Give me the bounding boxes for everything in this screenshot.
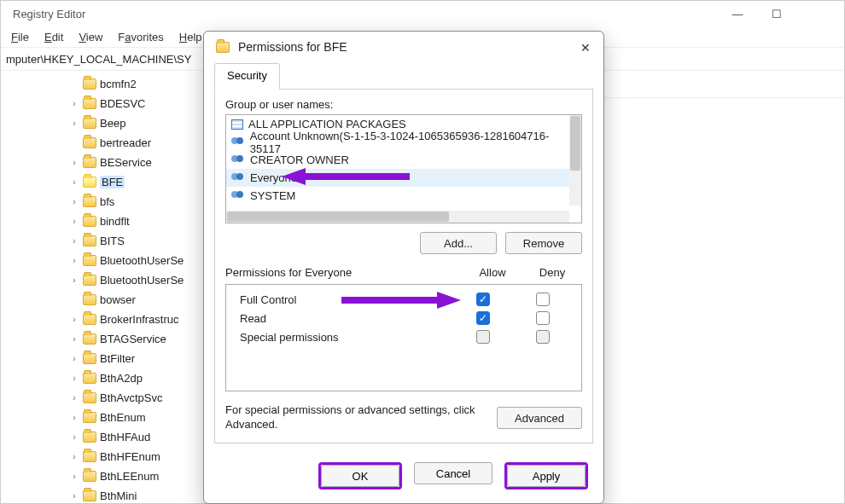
- deny-checkbox[interactable]: [536, 293, 550, 306]
- tree-item-label: BluetoothUserSe: [100, 254, 184, 267]
- tree-item-label: BthEnum: [100, 411, 145, 424]
- security-panel: Group or user names: ALL APPLICATION PAC…: [214, 89, 593, 443]
- remove-button[interactable]: Remove: [505, 232, 582, 254]
- tree-item-label: Beep: [100, 117, 125, 130]
- menu-help[interactable]: Help: [179, 31, 202, 43]
- tree-item-btha2dp[interactable]: ›BthA2dp: [3, 368, 205, 388]
- tree-item-bthhfenum[interactable]: ›BthHFEnum: [3, 447, 205, 466]
- tree-item-label: BITS: [100, 235, 125, 247]
- dialog-titlebar: Permissions for BFE ✕: [204, 32, 603, 62]
- chevron-right-icon[interactable]: ›: [69, 217, 79, 227]
- chevron-right-icon[interactable]: ›: [69, 413, 79, 423]
- principal-system[interactable]: SYSTEM: [226, 187, 581, 205]
- folder-icon: [83, 412, 96, 423]
- chevron-right-icon[interactable]: ›: [69, 334, 79, 345]
- tree-item-bthenum[interactable]: ›BthEnum: [3, 408, 205, 427]
- tree-item-bthhfaud[interactable]: ›BthHFAud: [3, 427, 205, 447]
- maximize-button[interactable]: ☐: [757, 1, 796, 26]
- chevron-right-icon[interactable]: ›: [69, 177, 79, 188]
- deny-checkbox[interactable]: [536, 311, 550, 325]
- cancel-button[interactable]: Cancel: [414, 462, 492, 484]
- folder-icon: [83, 98, 96, 109]
- dialog-close-button[interactable]: ✕: [578, 40, 593, 55]
- chevron-right-icon[interactable]: ›: [69, 452, 79, 462]
- window-title: Registry Editor: [9, 8, 85, 20]
- tree-item-label: bcmfn2: [100, 78, 137, 90]
- chevron-right-icon[interactable]: ›: [69, 374, 79, 384]
- tree-item-bfe[interactable]: ›BFE: [3, 172, 205, 192]
- perm-name: Read: [235, 312, 453, 325]
- deny-checkbox[interactable]: [536, 330, 550, 344]
- chevron-right-icon[interactable]: ›: [69, 158, 79, 168]
- folder-icon: [83, 432, 96, 443]
- chevron-right-icon[interactable]: ›: [69, 354, 79, 364]
- tree-item-label: BthMini: [100, 490, 137, 502]
- people-icon: [231, 155, 245, 165]
- permissions-for-label: Permissions for Everyone: [225, 266, 463, 279]
- tree-item-bthleenum[interactable]: ›BthLEEnum: [3, 466, 205, 486]
- principal-account-unknown-s-1-15-3[interactable]: Account Unknown(S-1-15-3-1024-1065365936…: [226, 133, 581, 151]
- tree-item-beservice[interactable]: ›BEService: [3, 153, 205, 172]
- allow-checkbox[interactable]: [476, 311, 490, 325]
- tree-item-label: BluetoothUserSe: [100, 274, 184, 287]
- chevron-right-icon[interactable]: ›: [69, 236, 79, 246]
- tree-item-bindflt[interactable]: ›bindflt: [3, 211, 205, 231]
- chevron-right-icon[interactable]: [69, 138, 79, 148]
- menu-edit[interactable]: Edit: [44, 31, 63, 43]
- tree-item-bertreader[interactable]: bertreader: [3, 133, 205, 153]
- tree-item-label: BEService: [100, 156, 152, 169]
- chevron-right-icon[interactable]: ›: [69, 119, 79, 129]
- ok-button[interactable]: OK: [321, 465, 399, 487]
- tree-item-btfilter[interactable]: ›BtFilter: [3, 349, 205, 368]
- tree-item-bowser[interactable]: bowser: [3, 290, 205, 310]
- permissions-header: Permissions for Everyone Allow Deny: [225, 266, 582, 279]
- tree-item-brokerinfrastruc[interactable]: ›BrokerInfrastruc: [3, 310, 205, 329]
- tree-item-bits[interactable]: ›BITS: [3, 231, 205, 251]
- chevron-right-icon[interactable]: ›: [69, 393, 79, 403]
- menu-view[interactable]: View: [79, 31, 102, 43]
- folder-icon: [216, 42, 230, 53]
- tree-item-label: BthHFAud: [100, 431, 150, 443]
- chevron-right-icon[interactable]: [69, 79, 79, 90]
- folder-icon: [83, 392, 96, 403]
- tree-item-bdesvc[interactable]: ›BDESVC: [3, 94, 205, 113]
- chevron-right-icon[interactable]: ›: [69, 472, 79, 482]
- group-names-label: Group or user names:: [225, 98, 582, 111]
- tree-item-btagservice[interactable]: ›BTAGService: [3, 329, 205, 349]
- chevron-right-icon[interactable]: ›: [69, 432, 79, 443]
- allow-checkbox[interactable]: [476, 330, 490, 344]
- package-icon: [231, 119, 243, 130]
- menu-file[interactable]: File: [11, 31, 29, 43]
- chevron-right-icon[interactable]: [69, 295, 79, 305]
- listbox-vscroll[interactable]: [569, 115, 581, 206]
- tree-item-bthavctpsvc[interactable]: ›BthAvctpSvc: [3, 388, 205, 408]
- chevron-right-icon[interactable]: ›: [69, 315, 79, 325]
- minimize-button[interactable]: —: [718, 1, 757, 26]
- folder-icon: [83, 353, 96, 364]
- tree-item-label: BTAGService: [100, 333, 166, 345]
- principal-everyone[interactable]: Everyone: [226, 169, 581, 187]
- tree-item-bluetoothuserse[interactable]: ›BluetoothUserSe: [3, 270, 205, 290]
- advanced-button[interactable]: Advanced: [497, 407, 582, 429]
- menu-favorites[interactable]: Favorites: [118, 31, 163, 43]
- chevron-right-icon[interactable]: ›: [69, 275, 79, 286]
- tree-item-label: bowser: [100, 293, 136, 306]
- allow-checkbox[interactable]: [476, 293, 490, 306]
- listbox-hscroll[interactable]: [226, 211, 569, 223]
- chevron-right-icon[interactable]: ›: [69, 256, 79, 266]
- add-button[interactable]: Add...: [420, 232, 497, 254]
- tree-item-beep[interactable]: ›Beep: [3, 113, 205, 133]
- tree-view[interactable]: bcmfn2›BDESVC›Beepbertreader›BEService›B…: [1, 71, 206, 503]
- apply-button[interactable]: Apply: [507, 465, 586, 487]
- tree-item-bcmfn2[interactable]: bcmfn2: [3, 74, 205, 94]
- tab-security[interactable]: Security: [214, 63, 280, 90]
- tree-item-bthmini[interactable]: ›BthMini: [3, 486, 205, 503]
- chevron-right-icon[interactable]: ›: [69, 99, 79, 109]
- principals-listbox[interactable]: ALL APPLICATION PACKAGESAccount Unknown(…: [225, 114, 582, 223]
- tree-item-bfs[interactable]: ›bfs: [3, 192, 205, 211]
- chevron-right-icon[interactable]: ›: [69, 491, 79, 501]
- close-button[interactable]: [796, 1, 836, 26]
- chevron-right-icon[interactable]: ›: [69, 197, 79, 207]
- tree-item-bluetoothuserse[interactable]: ›BluetoothUserSe: [3, 251, 205, 270]
- principal-label: Everyone: [250, 171, 297, 184]
